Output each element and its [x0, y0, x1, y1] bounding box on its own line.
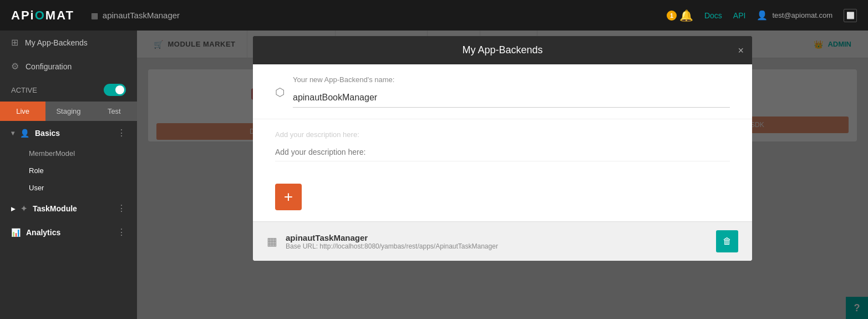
add-button-row: +: [253, 173, 752, 221]
logo-area: APiOMAT: [11, 8, 74, 23]
sidebar-section-basics[interactable]: ▾ 👤 Basics ⋮: [0, 121, 137, 145]
analytics-label: Analytics: [26, 228, 60, 237]
sidebar-item-my-app-backends[interactable]: ⊞ My App-Backends: [0, 31, 137, 54]
app-name-header: ▦ apinautTaskManager: [91, 11, 180, 20]
env-tab-live[interactable]: Live: [0, 102, 45, 121]
existing-app-name: apinautTaskManager: [286, 233, 708, 242]
app-icon: ▦: [91, 11, 98, 20]
task-module-left: ▸ ✦ TaskModule: [11, 204, 77, 213]
task-module-icon: ✦: [21, 204, 27, 213]
active-toggle[interactable]: [104, 84, 126, 96]
modal-form-section: ⬡ Your new App-Backend's name:: [253, 64, 752, 119]
sidebar-label-app-backends: My App-Backends: [25, 38, 88, 47]
modal-container: My App-Backends × ⬡ Your new App-Backend…: [253, 36, 752, 261]
name-form-label: Your new App-Backend's name:: [293, 75, 730, 84]
notification-badge: 1: [667, 11, 677, 21]
sidebar-item-role[interactable]: Role: [0, 162, 137, 179]
header-right: 1 🔔 Docs API 👤 test@apiomat.com ⬜: [667, 9, 857, 22]
sidebar-section-analytics[interactable]: 📊 Analytics ⋮: [0, 220, 137, 244]
sidebar-item-configuration[interactable]: ⚙ Configuration: [0, 54, 137, 78]
modal-header: My App-Backends ×: [253, 36, 752, 64]
add-app-button[interactable]: +: [275, 184, 302, 210]
env-tab-test[interactable]: Test: [92, 102, 137, 121]
content-pane: 🛒 MODULE MARKET 🧩 MY MODULES 🖥 CLASS EDI…: [137, 31, 868, 319]
sidebar-section-task-module[interactable]: ▸ ✦ TaskModule ⋮: [0, 196, 137, 220]
basics-section-left: ▾ 👤 Basics: [11, 129, 60, 138]
name-input[interactable]: [293, 88, 730, 108]
active-toggle-row: ACTIVE: [0, 78, 137, 102]
existing-app-icon: ▦: [267, 235, 277, 248]
modal-close-button[interactable]: ×: [738, 44, 744, 56]
modal-title: My App-Backends: [462, 44, 542, 56]
delete-app-button[interactable]: 🗑: [716, 230, 738, 252]
modal-body: ⬡ Your new App-Backend's name: Add your …: [253, 64, 752, 261]
main-area: ⊞ My App-Backends ⚙ Configuration ACTIVE…: [0, 31, 868, 319]
task-module-label: TaskModule: [33, 204, 77, 213]
existing-app-info: apinautTaskManager Base URL: http://loca…: [286, 233, 708, 250]
configuration-icon: ⚙: [11, 61, 19, 72]
env-tabs: Live Staging Test: [0, 102, 137, 121]
modal-bottom-section: ▦ apinautTaskManager Base URL: http://lo…: [253, 221, 752, 261]
modal-overlay: My App-Backends × ⬡ Your new App-Backend…: [137, 31, 868, 319]
sidebar: ⊞ My App-Backends ⚙ Configuration ACTIVE…: [0, 31, 137, 319]
user-icon: 👤: [757, 10, 768, 21]
user-email: test@apiomat.com: [772, 11, 833, 19]
chevron-down-icon: ▾: [11, 129, 14, 137]
docs-link[interactable]: Docs: [704, 11, 722, 20]
api-link[interactable]: API: [733, 11, 746, 20]
basics-label: Basics: [35, 129, 60, 138]
basics-icon: 👤: [20, 129, 29, 138]
notification-area[interactable]: 1 🔔: [667, 9, 693, 22]
env-tab-staging[interactable]: Staging: [45, 102, 91, 121]
app-backends-icon: ⊞: [11, 37, 18, 48]
analytics-icon: 📊: [11, 228, 21, 237]
user-area[interactable]: 👤 test@apiomat.com: [757, 10, 833, 21]
basics-options-icon[interactable]: ⋮: [117, 128, 126, 138]
bell-icon: 🔔: [679, 9, 693, 22]
sidebar-item-user[interactable]: User: [0, 179, 137, 196]
form-description-section: Add your description here:: [253, 119, 752, 173]
active-label: ACTIVE: [11, 86, 37, 94]
task-module-options-icon[interactable]: ⋮: [117, 203, 126, 214]
sidebar-item-member-model[interactable]: MemberModel: [0, 145, 137, 162]
analytics-options-icon[interactable]: ⋮: [117, 227, 126, 237]
chevron-right-icon: ▸: [11, 204, 15, 213]
top-header: APiOMAT ▦ apinautTaskManager 1 🔔 Docs AP…: [0, 0, 868, 31]
box-icon: ⬡: [275, 85, 285, 99]
logo: APiOMAT: [11, 8, 74, 23]
description-input[interactable]: [275, 143, 730, 161]
analytics-left: 📊 Analytics: [11, 228, 60, 237]
desc-form-label: Add your description here:: [275, 130, 730, 139]
existing-app-url: Base URL: http://localhost:8080/yambas/r…: [286, 242, 708, 250]
sidebar-label-configuration: Configuration: [26, 62, 72, 71]
window-button[interactable]: ⬜: [844, 9, 857, 22]
